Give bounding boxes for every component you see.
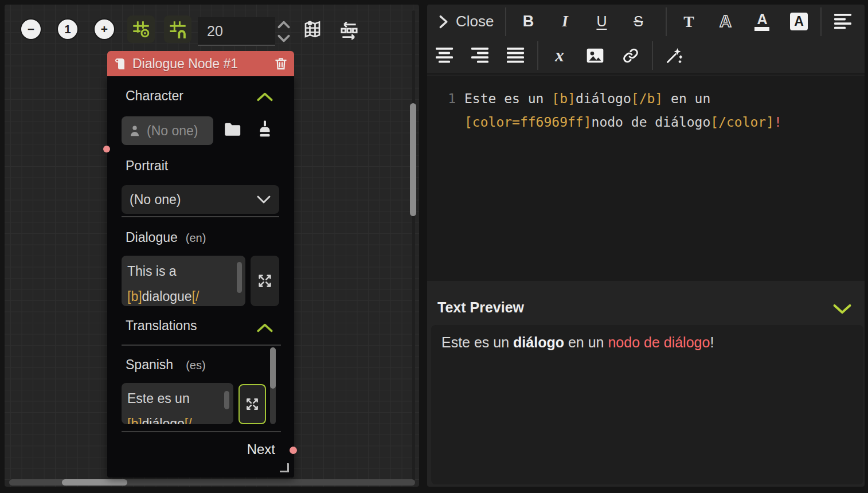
translations-collapse-button[interactable] bbox=[256, 322, 273, 334]
snap-increment-button[interactable] bbox=[276, 18, 291, 31]
delete-node-button[interactable] bbox=[273, 56, 288, 71]
insert-variable-button[interactable]: x bbox=[542, 41, 577, 71]
translation-textarea[interactable]: Este es un[b]diálogo[/ bbox=[122, 383, 233, 424]
align-justify-button[interactable] bbox=[498, 41, 534, 71]
canvas-vertical-scrollbar-thumb[interactable] bbox=[410, 103, 416, 216]
variable-icon: x bbox=[555, 45, 564, 66]
minus-icon: − bbox=[28, 22, 34, 36]
arrange-nodes-button[interactable] bbox=[338, 21, 361, 40]
grid-snap-button[interactable] bbox=[164, 15, 191, 43]
translation-textarea-scrollbar-thumb[interactable] bbox=[224, 391, 229, 409]
insert-image-button[interactable] bbox=[577, 41, 613, 71]
bbcode-editor[interactable]: 1 Este es un [b]diálogo[/b] en un [color… bbox=[427, 76, 865, 281]
translation-expand-button[interactable] bbox=[238, 384, 266, 424]
italic-button[interactable]: I bbox=[546, 7, 583, 37]
portrait-dropdown[interactable]: (No one) bbox=[122, 185, 279, 214]
align-right-icon bbox=[471, 48, 490, 63]
text-size-icon: T bbox=[683, 13, 694, 31]
node-graph-canvas[interactable]: − 1 + 20 bbox=[5, 5, 419, 487]
dialogue-textarea-scrollbar-thumb[interactable] bbox=[237, 262, 242, 293]
dialogue-label-text: Dialogue bbox=[126, 230, 178, 245]
close-editor-button[interactable]: Close bbox=[432, 7, 502, 37]
font-button[interactable]: A bbox=[707, 7, 744, 37]
text-segment: Este es un bbox=[464, 91, 552, 106]
input-port[interactable] bbox=[103, 146, 110, 152]
character-name-input[interactable]: (No one) bbox=[122, 116, 213, 145]
close-label: Close bbox=[456, 13, 494, 30]
bbcode-effects-button[interactable] bbox=[656, 41, 692, 71]
text-line: [b]dialogue[/ bbox=[127, 284, 245, 306]
insert-link-button[interactable] bbox=[613, 41, 648, 71]
node-resize-handle[interactable] bbox=[280, 463, 289, 472]
italic-icon: I bbox=[562, 13, 568, 30]
text-segment: diálogo bbox=[576, 91, 631, 106]
text-preview-collapse-button[interactable] bbox=[832, 303, 852, 315]
snap-distance-value: 20 bbox=[207, 23, 223, 40]
canvas-horizontal-scrollbar-thumb[interactable] bbox=[62, 479, 127, 486]
browse-character-button[interactable] bbox=[222, 120, 243, 139]
align-justify-icon bbox=[507, 48, 525, 63]
folder-icon bbox=[222, 120, 243, 139]
dialogue-section-label: Dialogue(en) bbox=[126, 229, 206, 246]
align-center-icon bbox=[436, 48, 454, 63]
snap-distance-input[interactable]: 20 bbox=[198, 17, 275, 46]
text-segment: [/b] bbox=[631, 91, 663, 106]
output-port[interactable] bbox=[290, 447, 297, 454]
translations-scrollbar-thumb[interactable] bbox=[270, 347, 276, 389]
chevron-right-icon bbox=[436, 14, 450, 30]
dialogue-textarea[interactable]: This is a[b]dialogue[/ bbox=[122, 256, 245, 306]
minimap-icon bbox=[302, 19, 323, 40]
underline-button[interactable]: U bbox=[583, 7, 620, 37]
dialogue-lang-tag: (en) bbox=[186, 232, 206, 244]
grid-visibility-button[interactable] bbox=[127, 15, 155, 43]
language-code-tag: (es) bbox=[186, 359, 205, 371]
toolbar-divider bbox=[652, 41, 653, 70]
expand-icon bbox=[245, 397, 260, 412]
text-segment: Este es un bbox=[127, 391, 190, 406]
underline-icon: U bbox=[596, 13, 607, 30]
clear-character-button[interactable] bbox=[255, 119, 275, 140]
strikethrough-icon: S bbox=[634, 13, 643, 30]
editor-toolbar: Close B I U S T A A A bbox=[427, 5, 865, 75]
strikethrough-button[interactable]: S bbox=[620, 7, 656, 37]
canvas-vertical-scrollbar[interactable] bbox=[412, 10, 415, 480]
text-segment: Este es un bbox=[441, 334, 513, 350]
text-size-button[interactable]: T bbox=[670, 7, 707, 37]
chevron-up-icon bbox=[256, 322, 273, 334]
character-name-placeholder: (No one) bbox=[147, 123, 198, 139]
snap-decrement-button[interactable] bbox=[276, 32, 291, 45]
portrait-dropdown-value: (No one) bbox=[130, 192, 256, 208]
toolbar-row-2: x bbox=[427, 38, 865, 72]
dialogue-expand-button[interactable] bbox=[251, 256, 279, 306]
code-text: [color=ff6969ff]nodo de diálogo[/color]! bbox=[464, 111, 782, 134]
chevron-down-icon bbox=[832, 303, 852, 315]
text-color-button[interactable]: A bbox=[744, 7, 780, 37]
dialogue-node-header[interactable]: Dialogue Node #1 bbox=[107, 51, 294, 76]
text-segment: dialogue bbox=[142, 289, 192, 304]
text-segment: [/color] bbox=[710, 115, 774, 130]
align-center-button[interactable] bbox=[427, 41, 463, 71]
zoom-in-button[interactable]: + bbox=[95, 19, 114, 39]
chevron-down-icon bbox=[276, 32, 291, 45]
minimap-toggle-button[interactable] bbox=[302, 19, 323, 40]
align-right-button[interactable] bbox=[463, 41, 498, 71]
character-collapse-button[interactable] bbox=[256, 91, 273, 103]
align-left-button[interactable] bbox=[825, 7, 862, 37]
image-icon bbox=[585, 47, 605, 64]
text-segment: ! bbox=[774, 115, 782, 130]
bg-color-button[interactable]: A bbox=[780, 7, 817, 37]
chevron-up-icon bbox=[276, 18, 291, 31]
text-segment: [/ bbox=[192, 289, 200, 304]
text-segment: [b] bbox=[127, 289, 142, 304]
bold-button[interactable]: B bbox=[510, 7, 546, 37]
zoom-out-button[interactable]: − bbox=[21, 19, 41, 39]
text-preview-content: Este es un diálogo en un nodo de diálogo… bbox=[431, 325, 863, 484]
text-color-letter: A bbox=[757, 13, 767, 25]
character-section-label: Character bbox=[126, 88, 183, 104]
magic-wand-icon bbox=[665, 46, 683, 65]
text-line: This is a bbox=[127, 259, 245, 284]
section-divider bbox=[122, 216, 279, 217]
text-segment: [color=ff6969ff] bbox=[464, 115, 592, 130]
zoom-reset-button[interactable]: 1 bbox=[58, 19, 77, 39]
text-segment: [/ bbox=[185, 416, 192, 424]
